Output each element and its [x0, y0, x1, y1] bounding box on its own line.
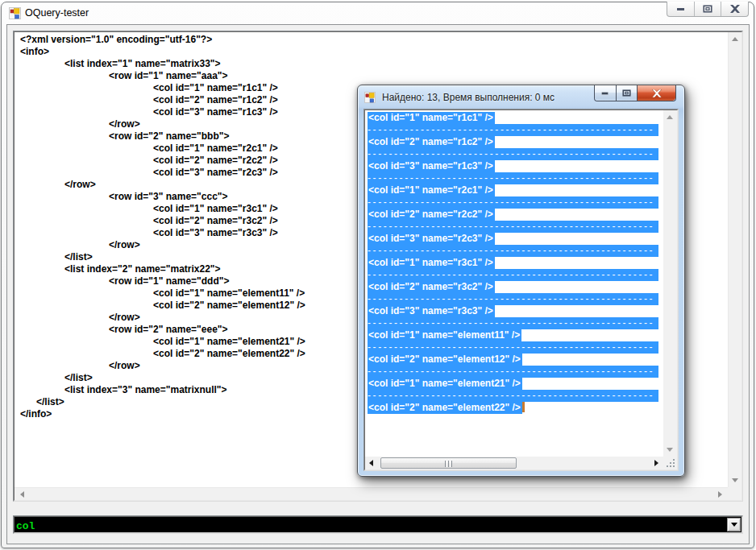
results-hscrollbar[interactable]	[365, 457, 663, 469]
result-item[interactable]: <col id="1" name="r2c1" />	[368, 184, 663, 196]
result-item[interactable]: <col id="2" name="element12" />	[368, 354, 663, 366]
result-separator: ----------------------------------------…	[368, 245, 663, 257]
resize-grip-icon	[667, 459, 675, 468]
result-item[interactable]: <col id="1" name="element21" />	[368, 378, 663, 390]
maximize-icon	[703, 5, 712, 13]
xml-editor-hscrollbar[interactable]	[15, 487, 728, 500]
thumb-grip-icon	[445, 461, 452, 467]
result-separator: ----------------------------------------…	[368, 148, 663, 160]
query-input[interactable]: col	[16, 519, 35, 533]
dialog-caption-buttons	[594, 85, 676, 101]
scroll-left-icon[interactable]	[20, 491, 24, 498]
dialog-close-button[interactable]	[638, 85, 675, 101]
scroll-left-icon[interactable]	[369, 460, 373, 466]
result-item[interactable]: <col id="2" name="r2c2" />	[368, 209, 663, 221]
result-separator: ----------------------------------------…	[368, 341, 663, 354]
result-item[interactable]: <col id="3" name="r3c3" />	[368, 305, 663, 317]
result-item[interactable]: <col id="1" name="element11" />	[368, 329, 663, 341]
hscrollbar-thumb[interactable]	[380, 457, 517, 469]
maximize-icon	[622, 89, 631, 97]
results-list[interactable]: <col id="1" name="r1c1" />--------------…	[365, 110, 663, 457]
result-separator: ----------------------------------------…	[368, 221, 663, 233]
result-separator: ----------------------------------------…	[368, 317, 663, 329]
result-item[interactable]: <col id="2" name="r3c2" />	[368, 281, 663, 293]
result-separator: ----------------------------------------…	[368, 269, 663, 281]
text-caret	[522, 402, 525, 412]
minimize-icon	[676, 5, 686, 13]
result-separator: ----------------------------------------…	[368, 172, 663, 184]
results-vscrollbar[interactable]	[663, 110, 677, 457]
scroll-up-icon[interactable]	[732, 37, 738, 41]
result-item[interactable]: <col id="3" name="r1c3" />	[368, 160, 663, 172]
result-separator: ----------------------------------------…	[368, 124, 663, 136]
result-separator: ----------------------------------------…	[368, 196, 663, 209]
close-icon	[730, 5, 740, 13]
main-window-title: OQuery-tester	[25, 7, 89, 19]
minimize-button[interactable]	[667, 2, 694, 16]
minimize-icon	[601, 89, 609, 97]
result-item[interactable]: <col id="2" name="element22" />	[368, 402, 663, 414]
results-box: <col id="1" name="r1c1" />--------------…	[363, 109, 679, 471]
dropdown-arrow-icon	[731, 523, 737, 527]
main-caption-buttons	[667, 2, 749, 17]
close-button[interactable]	[721, 2, 748, 16]
scrollbar-corner	[728, 487, 741, 500]
scroll-up-icon[interactable]	[667, 115, 673, 119]
result-item[interactable]: <col id="1" name="r1c1" />	[368, 112, 663, 124]
maximize-button[interactable]	[694, 2, 721, 16]
query-combobox: col	[13, 515, 743, 534]
main-titlebar[interactable]: OQuery-tester	[2, 2, 754, 24]
dialog-maximize-button[interactable]	[617, 85, 638, 101]
results-dialog: Найдено: 13, Время выполнения: 0 мс <col…	[357, 85, 685, 477]
scroll-right-icon[interactable]	[654, 460, 658, 466]
close-icon	[652, 89, 662, 97]
resize-grip[interactable]	[663, 457, 677, 469]
scroll-down-icon[interactable]	[667, 448, 673, 452]
result-separator: ----------------------------------------…	[368, 366, 663, 378]
result-separator: ----------------------------------------…	[368, 293, 663, 305]
result-item[interactable]: <col id="2" name="r1c2" />	[368, 136, 663, 148]
dialog-title: Найдено: 13, Время выполнения: 0 мс	[382, 92, 555, 103]
combo-dropdown-button[interactable]	[727, 518, 741, 531]
scroll-right-icon[interactable]	[718, 491, 722, 498]
dialog-minimize-button[interactable]	[595, 85, 617, 101]
scroll-down-icon[interactable]	[732, 478, 738, 482]
app-icon	[9, 7, 21, 19]
result-separator: ----------------------------------------…	[368, 390, 663, 402]
xml-editor-vscrollbar[interactable]	[728, 32, 741, 487]
result-item[interactable]: <col id="3" name="r2c3" />	[368, 233, 663, 245]
dialog-icon	[364, 92, 376, 103]
result-item[interactable]: <col id="1" name="r3c1" />	[368, 257, 663, 269]
